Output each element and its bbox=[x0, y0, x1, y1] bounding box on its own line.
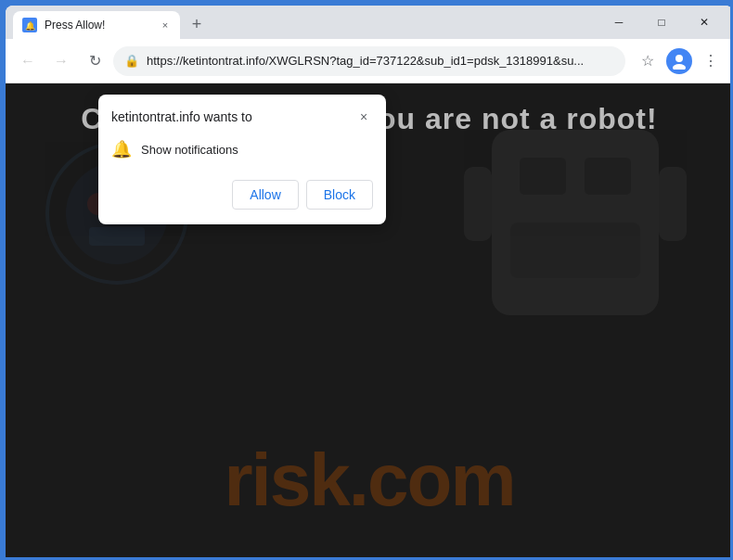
watermark-text: risk.com bbox=[6, 438, 733, 523]
menu-button[interactable]: ⋮ bbox=[696, 46, 726, 76]
refresh-button[interactable]: ↻ bbox=[80, 46, 109, 76]
svg-rect-12 bbox=[464, 167, 492, 241]
profile-button[interactable] bbox=[664, 46, 694, 76]
svg-point-2 bbox=[675, 55, 683, 62]
forward-icon: → bbox=[54, 53, 69, 70]
tab-favicon: 🔔 bbox=[22, 18, 37, 32]
window-controls: ─ □ ✕ bbox=[598, 7, 726, 37]
allow-button[interactable]: Allow bbox=[232, 180, 298, 210]
active-tab[interactable]: 🔔 Press Allow! × bbox=[13, 11, 180, 39]
toolbar-icons: ☆ ⋮ bbox=[633, 46, 726, 76]
tab-bar: 🔔 Press Allow! × + bbox=[13, 6, 598, 39]
url-text: https://ketintontrat.info/XWGLRSN?tag_id… bbox=[147, 54, 614, 68]
back-button[interactable]: ← bbox=[13, 46, 43, 76]
lock-icon: 🔒 bbox=[124, 54, 139, 68]
address-bar: ← → ↻ 🔒 https://ketintontrat.info/XWGLRS… bbox=[6, 39, 733, 83]
minimize-button[interactable]: ─ bbox=[598, 7, 640, 37]
bookmark-button[interactable]: ☆ bbox=[633, 46, 662, 76]
dialog-title: ketintontrat.info wants to bbox=[111, 109, 252, 124]
dialog-close-button[interactable]: × bbox=[354, 108, 373, 126]
svg-rect-13 bbox=[659, 167, 687, 241]
tab-close-button[interactable]: × bbox=[158, 18, 173, 32]
menu-icon: ⋮ bbox=[703, 52, 718, 70]
background-decoration bbox=[436, 111, 714, 371]
maximize-button[interactable]: □ bbox=[640, 7, 683, 37]
dialog-header: ketintontrat.info wants to × bbox=[98, 95, 386, 132]
new-tab-button[interactable]: + bbox=[184, 11, 210, 37]
svg-rect-7 bbox=[89, 227, 145, 246]
tab-title: Press Allow! bbox=[45, 19, 150, 32]
svg-point-3 bbox=[673, 64, 686, 70]
back-icon: ← bbox=[20, 53, 35, 70]
webpage: Click t you are not a robot! risk.com bbox=[6, 83, 733, 560]
bell-icon: 🔔 bbox=[111, 139, 132, 159]
svg-rect-9 bbox=[520, 158, 566, 195]
block-button[interactable]: Block bbox=[306, 180, 373, 210]
close-button[interactable]: ✕ bbox=[683, 7, 726, 37]
svg-rect-10 bbox=[585, 158, 631, 195]
star-icon: ☆ bbox=[641, 52, 654, 70]
svg-rect-11 bbox=[510, 223, 640, 278]
omnibox[interactable]: 🔒 https://ketintontrat.info/XWGLRSN?tag_… bbox=[113, 46, 625, 76]
notification-label: Show notifications bbox=[141, 143, 238, 157]
dialog-notification-row: 🔔 Show notifications bbox=[98, 132, 386, 172]
dialog-buttons: Allow Block bbox=[98, 172, 386, 224]
svg-text:🔔: 🔔 bbox=[25, 20, 36, 32]
notification-dialog: ketintontrat.info wants to × 🔔 Show noti… bbox=[98, 95, 386, 224]
refresh-icon: ↻ bbox=[89, 52, 101, 70]
forward-button[interactable]: → bbox=[46, 46, 76, 76]
browser-window: 🔔 Press Allow! × + ─ □ ✕ ← → ↻ 🔒 https:/… bbox=[6, 6, 733, 560]
profile-avatar bbox=[666, 48, 692, 74]
title-bar: 🔔 Press Allow! × + ─ □ ✕ bbox=[6, 6, 733, 39]
